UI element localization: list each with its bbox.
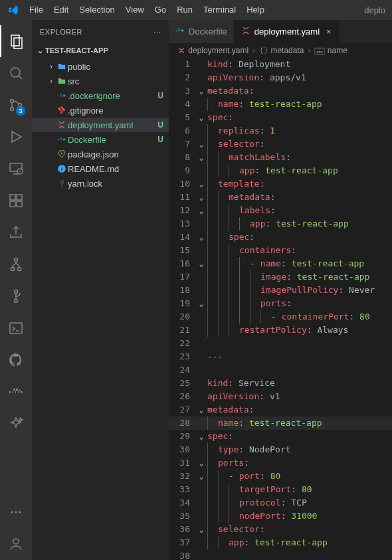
- code-line[interactable]: 13app: test-react-app: [169, 217, 392, 231]
- run-debug-icon[interactable]: [0, 121, 32, 153]
- fold-toggle[interactable]: ⌄: [197, 430, 206, 443]
- code-editor[interactable]: 1kind: Deployment2apiVersion: apps/v13⌄m…: [169, 58, 392, 560]
- source-control-icon[interactable]: 3: [0, 89, 32, 121]
- tree-item[interactable]: .gitignore: [32, 103, 169, 118]
- tree-item[interactable]: deployment.yamlU: [32, 118, 169, 132]
- breadcrumb[interactable]: deployment.yaml› metadata›abc name: [169, 43, 392, 58]
- fold-toggle[interactable]: ⌄: [197, 204, 206, 217]
- git-status-badge: U: [157, 120, 163, 130]
- console-icon[interactable]: [0, 312, 32, 344]
- code-line[interactable]: 16⌄- name: test-react-app: [169, 257, 392, 270]
- code-line[interactable]: 19⌄ports:: [169, 297, 392, 310]
- code-line[interactable]: 25kind: Service: [169, 377, 392, 390]
- share-icon[interactable]: [0, 217, 32, 248]
- accounts-icon[interactable]: [0, 528, 32, 560]
- close-icon[interactable]: ×: [326, 27, 332, 37]
- code-line[interactable]: 35nodePort: 31000: [169, 510, 392, 523]
- code-line[interactable]: 3⌄metadata:: [169, 84, 392, 98]
- tree-item[interactable]: ›public: [32, 59, 169, 74]
- sidebar-section-toggle[interactable]: ⌄ TEST-REACT-APP: [32, 43, 169, 58]
- code-line[interactable]: 27⌄metadata:: [169, 403, 392, 417]
- fold-toggle[interactable]: ⌄: [197, 470, 206, 483]
- fold-toggle[interactable]: ⌄: [197, 257, 206, 270]
- sparkle-icon[interactable]: [0, 408, 32, 440]
- code-line[interactable]: 2apiVersion: apps/v1: [169, 71, 392, 84]
- code-line[interactable]: 18imagePullPolicy: Never: [169, 284, 392, 297]
- search-icon[interactable]: [0, 57, 32, 89]
- menu-item-run[interactable]: Run: [171, 5, 198, 15]
- github-icon[interactable]: [0, 344, 32, 376]
- editor-tab[interactable]: deployment.yaml×: [235, 20, 339, 43]
- code-line[interactable]: 15containers:: [169, 244, 392, 257]
- tree-item[interactable]: DockerfileU: [32, 132, 169, 147]
- code-line[interactable]: 33targetPort: 80: [169, 483, 392, 496]
- code-line[interactable]: 10⌄template:: [169, 177, 392, 191]
- code-line[interactable]: 6replicas: 1: [169, 124, 392, 138]
- code-line[interactable]: 7⌄selector:: [169, 138, 392, 151]
- menu-item-go[interactable]: Go: [149, 5, 171, 15]
- remote-explorer-icon[interactable]: [0, 153, 32, 185]
- code-line[interactable]: 11⌄metadata:: [169, 191, 392, 204]
- code-line[interactable]: 4name: test-react-app: [169, 98, 392, 111]
- menu-item-view[interactable]: View: [120, 5, 149, 15]
- tree-item[interactable]: .dockerignoreU: [32, 88, 169, 103]
- code-text: spec:: [206, 430, 392, 443]
- tree-item[interactable]: README.md: [32, 161, 169, 176]
- code-line[interactable]: 8⌄matchLabels:: [169, 151, 392, 164]
- code-line[interactable]: 30type: NodePort: [169, 443, 392, 456]
- menu-item-selection[interactable]: Selection: [74, 5, 120, 15]
- fold-toggle[interactable]: ⌄: [197, 151, 206, 164]
- code-line[interactable]: 36⌄selector:: [169, 523, 392, 536]
- fold-toggle[interactable]: ⌄: [197, 403, 206, 417]
- code-line[interactable]: 14⌄spec:: [169, 231, 392, 244]
- menu-item-terminal[interactable]: Terminal: [198, 5, 241, 15]
- code-line[interactable]: 28name: test-react-app: [169, 417, 392, 430]
- code-line[interactable]: 21restartPolicy: Always: [169, 324, 392, 337]
- explorer-icon[interactable]: [0, 25, 32, 57]
- fold-toggle[interactable]: ⌄: [197, 177, 206, 191]
- fold-toggle[interactable]: ⌄: [197, 191, 206, 204]
- code-line[interactable]: 20- containerPort: 80: [169, 310, 392, 324]
- fold-toggle[interactable]: ⌄: [197, 84, 206, 98]
- code-line[interactable]: 37app: test-react-app: [169, 536, 392, 549]
- editor-tab[interactable]: Dockerfile: [169, 20, 235, 43]
- code-line[interactable]: 5⌄spec:: [169, 111, 392, 124]
- breadcrumb-segment[interactable]: metadata: [259, 46, 304, 56]
- fold-toggle[interactable]: ⌄: [197, 138, 206, 151]
- info-icon: [56, 164, 68, 173]
- code-line[interactable]: 22: [169, 337, 392, 350]
- code-line[interactable]: 31⌄ports:: [169, 456, 392, 470]
- tree-item[interactable]: yarn.lock: [32, 176, 169, 191]
- tree-item[interactable]: package.json: [32, 147, 169, 161]
- code-line[interactable]: 1kind: Deployment: [169, 58, 392, 71]
- fold-toggle[interactable]: ⌄: [197, 523, 206, 536]
- code-line[interactable]: 38: [169, 549, 392, 560]
- fold-toggle[interactable]: ⌄: [197, 297, 206, 310]
- more-icon[interactable]: [0, 496, 32, 528]
- code-text: containers:: [206, 244, 392, 257]
- code-line[interactable]: 32⌄- port: 80: [169, 470, 392, 483]
- fold-toggle[interactable]: ⌄: [197, 231, 206, 244]
- menu-item-edit[interactable]: Edit: [49, 5, 74, 15]
- git-branch-icon[interactable]: [0, 248, 32, 280]
- breadcrumb-segment[interactable]: deployment.yaml: [177, 46, 248, 56]
- code-line[interactable]: 17image: test-react-app: [169, 270, 392, 284]
- code-line[interactable]: 9app: test-react-app: [169, 164, 392, 177]
- breadcrumb-segment[interactable]: abc name: [314, 46, 347, 55]
- menu-item-file[interactable]: File: [24, 5, 49, 15]
- sidebar-more-button[interactable]: ···: [153, 28, 161, 36]
- code-line[interactable]: 29⌄spec:: [169, 430, 392, 443]
- docker-icon[interactable]: [0, 376, 32, 408]
- code-line[interactable]: 26apiVersion: v1: [169, 390, 392, 403]
- line-number: 28: [169, 417, 197, 430]
- code-line[interactable]: 24: [169, 363, 392, 377]
- menu-item-help[interactable]: Help: [241, 5, 270, 15]
- fold-toggle[interactable]: ⌄: [197, 456, 206, 470]
- code-line[interactable]: 34protocol: TCP: [169, 496, 392, 510]
- git-tree-icon[interactable]: [0, 280, 32, 312]
- extensions-icon[interactable]: [0, 185, 32, 217]
- fold-toggle[interactable]: ⌄: [197, 111, 206, 124]
- tree-item[interactable]: ›src: [32, 74, 169, 88]
- code-line[interactable]: 23---: [169, 350, 392, 363]
- code-line[interactable]: 12⌄labels:: [169, 204, 392, 217]
